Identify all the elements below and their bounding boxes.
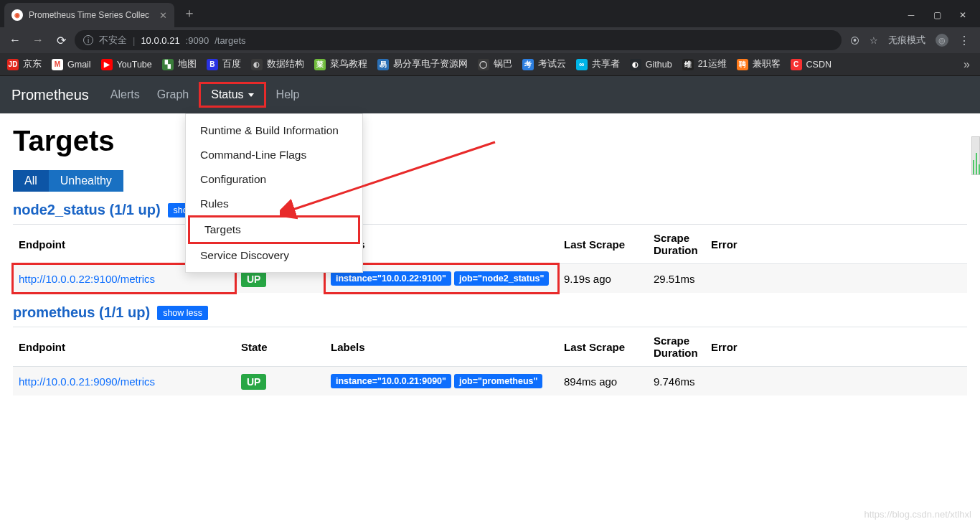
bookmark-item[interactable]: ∞共享者: [576, 58, 620, 70]
bookmark-favicon-icon: B: [207, 59, 218, 70]
bookmark-label: 21运维: [698, 58, 727, 70]
th-state: State: [235, 327, 325, 367]
sound-gauge-icon: [971, 136, 980, 175]
star-icon[interactable]: ☆: [870, 35, 878, 46]
bookmark-label: 地图: [178, 58, 197, 70]
table-row: http://10.0.0.21:9090/metricsUPinstance=…: [13, 367, 967, 396]
browser-toolbar: ← → ⟳ i 不安全 | 10.0.0.21:9090/targets ⦿ ☆…: [0, 27, 980, 53]
targets-table: EndpointStateLabelsLast ScrapeScrape Dur…: [13, 224, 967, 293]
bookmark-favicon-icon: 考: [522, 59, 534, 70]
browser-tab[interactable]: ◉ Prometheus Time Series Collec ✕: [4, 3, 174, 27]
minimize-icon[interactable]: ─: [907, 10, 915, 20]
dd-rules[interactable]: Rules: [186, 192, 362, 216]
url-path: /targets: [215, 35, 245, 46]
dd-runtime[interactable]: Runtime & Build Information: [186, 118, 362, 143]
prometheus-brand[interactable]: Prometheus: [11, 87, 89, 103]
endpoint-link[interactable]: http://10.0.0.21:9090/metrics: [19, 375, 155, 388]
bookmark-item[interactable]: CCSDN: [791, 59, 831, 70]
bookmark-label: 锅巴: [494, 58, 512, 70]
th-scrape_duration: Scrape Duration: [648, 327, 705, 367]
maximize-icon[interactable]: ▢: [933, 10, 941, 20]
bookmark-label: 百度: [222, 58, 241, 70]
bookmark-item[interactable]: ◐Github: [630, 59, 672, 70]
dd-service-discovery[interactable]: Service Discovery: [186, 243, 362, 268]
dd-targets[interactable]: Targets: [188, 215, 360, 244]
filter-group: All Unhealthy: [13, 170, 967, 192]
bookmark-item[interactable]: 考考试云: [522, 58, 566, 70]
bookmark-favicon-icon: 菜: [314, 59, 326, 70]
bookmark-item[interactable]: 菜菜鸟教程: [314, 58, 367, 70]
bookmark-item[interactable]: 维21运维: [682, 58, 727, 70]
bookmark-item[interactable]: ▶YouTube: [101, 59, 152, 70]
bookmark-favicon-icon: ◐: [630, 59, 641, 70]
status-dropdown-menu: Runtime & Build Information Command-Line…: [185, 113, 363, 273]
label-pill: job="prometheus": [454, 374, 542, 388]
bookmark-item[interactable]: JD京东: [7, 58, 42, 70]
address-bar[interactable]: i 不安全 | 10.0.0.21:9090/targets: [75, 30, 842, 50]
prometheus-favicon-icon: ◉: [11, 9, 23, 21]
error-cell: [705, 367, 967, 396]
label-pill: instance="10.0.0.21:9090": [331, 374, 451, 388]
dd-config[interactable]: Configuration: [186, 167, 362, 192]
bookmarks-bar: JD京东MGmail▶YouTube▚地图B百度◐数据结构菜菜鸟教程易易分享电子…: [0, 53, 980, 76]
bookmark-item[interactable]: MGmail: [52, 59, 91, 70]
bookmark-label: 易分享电子资源网: [393, 58, 468, 70]
bookmark-favicon-icon: 易: [377, 59, 389, 70]
bookmark-label: Gmail: [67, 60, 91, 70]
nav-status-label: Status: [211, 88, 243, 101]
targets-table: EndpointStateLabelsLast ScrapeScrape Dur…: [13, 327, 967, 396]
translate-icon[interactable]: ⦿: [850, 35, 859, 46]
prometheus-navbar: Prometheus Alerts Graph Status Help Runt…: [0, 76, 980, 113]
close-tab-icon[interactable]: ✕: [159, 10, 167, 21]
bookmark-item[interactable]: ▚地图: [162, 58, 197, 70]
reload-icon[interactable]: ⟳: [52, 34, 70, 47]
close-window-icon[interactable]: ✕: [958, 10, 967, 20]
th-last_scrape: Last Scrape: [558, 327, 648, 367]
bookmark-item[interactable]: ◐数据结构: [251, 58, 304, 70]
bookmark-favicon-icon: ◯: [478, 59, 489, 70]
filter-unhealthy-button[interactable]: Unhealthy: [49, 170, 123, 192]
dd-cmdline[interactable]: Command-Line Flags: [186, 143, 362, 167]
nav-status-dropdown[interactable]: Status: [199, 82, 265, 108]
th-error: Error: [705, 327, 967, 367]
bookmark-item[interactable]: B百度: [207, 58, 241, 70]
bookmark-label: 兼职客: [753, 58, 781, 70]
nav-graph[interactable]: Graph: [150, 84, 196, 106]
bookmark-label: CSDN: [806, 60, 831, 70]
insecure-icon: i: [83, 35, 93, 45]
group-name: prometheus (1/1 up): [13, 304, 150, 321]
show-less-button[interactable]: show less: [157, 306, 208, 320]
bookmark-label: 共享者: [592, 58, 620, 70]
state-badge: UP: [241, 271, 266, 287]
bookmark-item[interactable]: 聘兼职客: [737, 58, 781, 70]
filter-all-button[interactable]: All: [13, 170, 49, 192]
page-content: Targets All Unhealthy node2_status (1/1 …: [0, 113, 980, 396]
endpoint-link[interactable]: http://10.0.0.22:9100/metrics: [19, 273, 155, 285]
bookmark-label: 考试云: [538, 58, 566, 70]
target-group-title[interactable]: node2_status (1/1 up)show: [13, 202, 198, 218]
th-endpoint: Endpoint: [13, 327, 235, 367]
group-name: node2_status (1/1 up): [13, 202, 161, 218]
label-pill: instance="10.0.0.22:9100": [331, 271, 451, 286]
page-title: Targets: [13, 125, 967, 157]
nav-alerts[interactable]: Alerts: [103, 84, 147, 106]
bookmark-favicon-icon: C: [791, 59, 802, 70]
new-tab-button[interactable]: ＋: [174, 0, 204, 27]
bookmark-item[interactable]: 易易分享电子资源网: [377, 58, 468, 70]
label-pill: job="node2_status": [454, 271, 549, 286]
caret-down-icon: [248, 93, 254, 97]
forward-icon[interactable]: →: [29, 34, 47, 47]
browser-menu-icon[interactable]: ⋮: [958, 34, 970, 47]
bookmark-favicon-icon: JD: [7, 59, 19, 70]
nav-help[interactable]: Help: [269, 84, 307, 106]
target-group-title[interactable]: prometheus (1/1 up)show less: [13, 304, 208, 321]
bookmarks-overflow-icon[interactable]: »: [963, 58, 973, 71]
bookmark-label: 京东: [23, 58, 42, 70]
window-controls: ─ ▢ ✕: [894, 3, 980, 27]
back-icon[interactable]: ←: [6, 34, 24, 47]
bookmark-label: YouTube: [117, 60, 152, 70]
bookmark-item[interactable]: ◯锅巴: [478, 58, 512, 70]
th-scrape_duration: Scrape Duration: [648, 225, 705, 264]
bookmark-favicon-icon: 维: [682, 59, 694, 70]
bookmark-label: 数据结构: [267, 58, 304, 70]
